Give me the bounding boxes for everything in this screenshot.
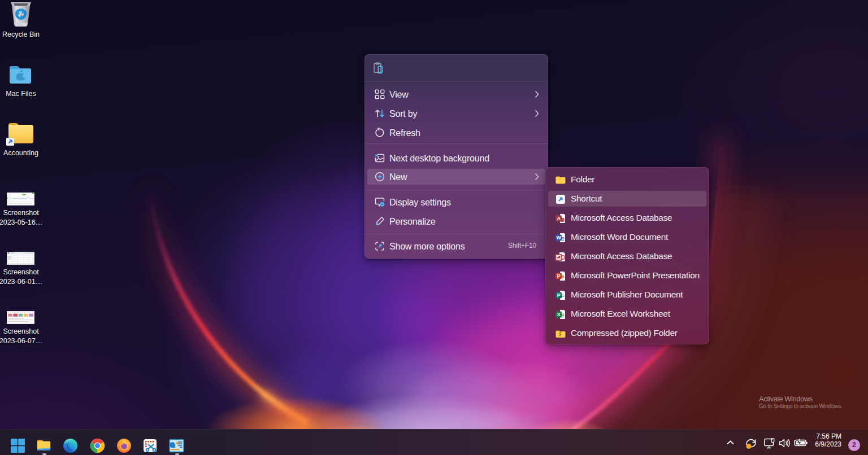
svg-text:P: P xyxy=(557,273,561,279)
svg-text:P: P xyxy=(557,292,561,298)
svg-text:W: W xyxy=(556,235,561,240)
svg-text:A: A xyxy=(557,216,561,221)
svg-text:X: X xyxy=(557,312,561,317)
